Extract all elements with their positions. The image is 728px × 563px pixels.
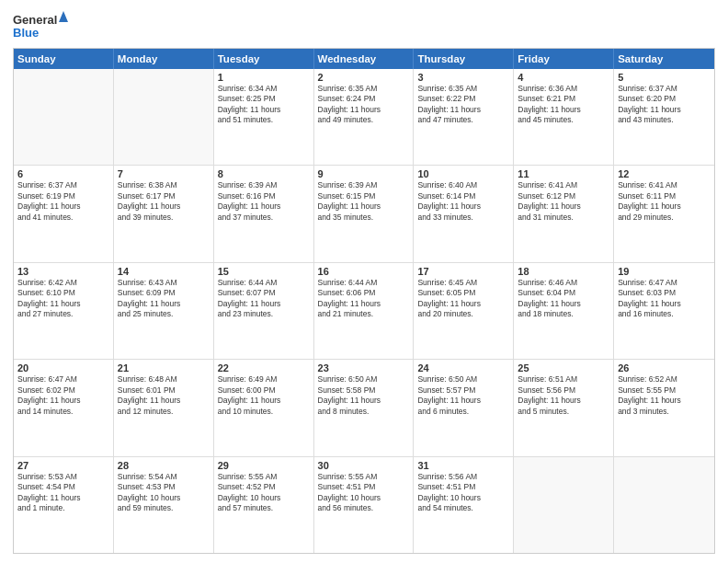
cell-text-line: Sunrise: 6:52 AM	[618, 374, 711, 385]
cell-text-line: Daylight: 11 hours	[118, 396, 210, 406]
cell-text-line: and 12 minutes.	[118, 407, 210, 417]
day-cell-19: 19Sunrise: 6:47 AMSunset: 6:03 PMDayligh…	[614, 263, 714, 359]
cell-text-line: Sunrise: 6:37 AM	[618, 84, 711, 94]
empty-cell	[614, 457, 714, 553]
cell-text-line: Sunset: 6:05 PM	[417, 288, 509, 298]
cell-text-line: Sunrise: 6:48 AM	[118, 374, 210, 385]
cell-text-line: Sunset: 6:15 PM	[318, 191, 410, 201]
day-cell-14: 14Sunrise: 6:43 AMSunset: 6:09 PMDayligh…	[114, 263, 214, 359]
day-cell-17: 17Sunrise: 6:45 AMSunset: 6:05 PMDayligh…	[414, 263, 514, 359]
cell-text-line: Daylight: 11 hours	[118, 299, 210, 309]
cell-text-line: Sunset: 6:10 PM	[17, 288, 109, 298]
cell-text-line: Daylight: 11 hours	[417, 201, 509, 212]
header-day-sunday: Sunday	[14, 49, 114, 69]
cell-text-line: Daylight: 11 hours	[618, 396, 711, 406]
day-number: 28	[118, 460, 210, 471]
cell-text-line: Sunrise: 6:47 AM	[17, 374, 109, 385]
day-number: 16	[318, 266, 410, 277]
day-number: 5	[618, 72, 711, 83]
calendar-row-1: 6Sunrise: 6:37 AMSunset: 6:19 PMDaylight…	[14, 166, 714, 262]
cell-text-line: and 10 minutes.	[218, 407, 310, 417]
svg-text:Blue: Blue	[13, 26, 39, 40]
day-number: 10	[417, 168, 509, 179]
cell-text-line: Sunset: 6:24 PM	[318, 94, 410, 104]
cell-text-line: Daylight: 11 hours	[17, 396, 109, 406]
cell-text-line: and 51 minutes.	[218, 115, 310, 125]
cell-text-line: Sunrise: 6:40 AM	[417, 180, 509, 190]
calendar-body: 1Sunrise: 6:34 AMSunset: 6:25 PMDaylight…	[14, 69, 714, 553]
cell-text-line: Daylight: 11 hours	[118, 201, 210, 212]
cell-text-line: Daylight: 11 hours	[618, 105, 711, 115]
cell-text-line: and 1 minute.	[17, 503, 109, 513]
day-number: 31	[417, 460, 509, 471]
cell-text-line: Sunrise: 6:41 AM	[518, 180, 609, 190]
svg-text:General: General	[13, 13, 57, 27]
cell-text-line: and 23 minutes.	[218, 309, 310, 319]
cell-text-line: Daylight: 11 hours	[318, 201, 410, 212]
day-cell-16: 16Sunrise: 6:44 AMSunset: 6:06 PMDayligh…	[314, 263, 415, 359]
cell-text-line: Sunrise: 6:39 AM	[318, 180, 410, 190]
day-cell-3: 3Sunrise: 6:35 AMSunset: 6:22 PMDaylight…	[414, 69, 514, 165]
cell-text-line: and 47 minutes.	[417, 115, 509, 125]
cell-text-line: Daylight: 11 hours	[218, 105, 310, 115]
header-day-monday: Monday	[114, 49, 214, 69]
day-number: 12	[618, 168, 711, 179]
cell-text-line: Daylight: 11 hours	[518, 105, 609, 115]
cell-text-line: Sunrise: 6:44 AM	[318, 278, 410, 288]
cell-text-line: Sunset: 4:53 PM	[118, 482, 210, 492]
day-cell-2: 2Sunrise: 6:35 AMSunset: 6:24 PMDaylight…	[314, 69, 415, 165]
day-number: 7	[118, 168, 210, 179]
cell-text-line: Sunset: 4:52 PM	[218, 482, 310, 492]
cell-text-line: Sunrise: 6:50 AM	[417, 374, 509, 385]
day-number: 18	[518, 266, 609, 277]
cell-text-line: Daylight: 11 hours	[218, 201, 310, 212]
page-header: General Blue	[13, 9, 715, 42]
cell-text-line: and 59 minutes.	[118, 503, 210, 513]
header-day-wednesday: Wednesday	[314, 49, 415, 69]
day-cell-25: 25Sunrise: 6:51 AMSunset: 5:56 PMDayligh…	[514, 360, 614, 455]
cell-text-line: Sunrise: 6:42 AM	[17, 278, 109, 288]
cell-text-line: Daylight: 10 hours	[118, 493, 210, 503]
cell-text-line: and 5 minutes.	[518, 407, 609, 417]
day-cell-15: 15Sunrise: 6:44 AMSunset: 6:07 PMDayligh…	[214, 263, 314, 359]
cell-text-line: Daylight: 10 hours	[417, 493, 509, 503]
cell-text-line: Daylight: 10 hours	[218, 493, 310, 503]
cell-text-line: Sunset: 6:09 PM	[118, 288, 210, 298]
cell-text-line: Sunrise: 6:44 AM	[218, 278, 310, 288]
cell-text-line: and 21 minutes.	[318, 309, 410, 319]
cell-text-line: and 29 minutes.	[618, 213, 711, 223]
cell-text-line: Sunrise: 6:34 AM	[218, 84, 310, 94]
day-number: 25	[518, 362, 609, 373]
cell-text-line: and 33 minutes.	[417, 213, 509, 223]
cell-text-line: and 39 minutes.	[118, 213, 210, 223]
cell-text-line: Sunset: 6:03 PM	[618, 288, 711, 298]
cell-text-line: Sunset: 4:51 PM	[318, 482, 410, 492]
day-number: 2	[318, 72, 410, 83]
cell-text-line: and 56 minutes.	[318, 503, 410, 513]
cell-text-line: Sunset: 6:22 PM	[417, 94, 509, 104]
cell-text-line: Sunset: 6:04 PM	[518, 288, 609, 298]
day-number: 29	[218, 460, 310, 471]
cell-text-line: Sunset: 6:07 PM	[218, 288, 310, 298]
cell-text-line: and 25 minutes.	[118, 309, 210, 319]
empty-cell	[114, 69, 214, 165]
cell-text-line: and 18 minutes.	[518, 309, 609, 319]
day-number: 1	[218, 72, 310, 83]
cell-text-line: and 6 minutes.	[417, 407, 509, 417]
empty-cell	[514, 457, 614, 553]
day-number: 17	[417, 266, 509, 277]
cell-text-line: Daylight: 11 hours	[618, 201, 711, 212]
cell-text-line: Daylight: 11 hours	[518, 201, 609, 212]
calendar-row-3: 20Sunrise: 6:47 AMSunset: 6:02 PMDayligh…	[14, 360, 714, 456]
day-number: 3	[417, 72, 509, 83]
cell-text-line: Daylight: 11 hours	[318, 396, 410, 406]
day-cell-24: 24Sunrise: 6:50 AMSunset: 5:57 PMDayligh…	[414, 360, 514, 455]
cell-text-line: Daylight: 11 hours	[17, 201, 109, 212]
cell-text-line: Sunrise: 5:56 AM	[417, 472, 509, 482]
logo: General Blue	[13, 9, 68, 42]
cell-text-line: and 45 minutes.	[518, 115, 609, 125]
cell-text-line: Daylight: 11 hours	[17, 493, 109, 503]
cell-text-line: Daylight: 11 hours	[218, 299, 310, 309]
day-cell-28: 28Sunrise: 5:54 AMSunset: 4:53 PMDayligh…	[114, 457, 214, 553]
header-day-tuesday: Tuesday	[214, 49, 314, 69]
